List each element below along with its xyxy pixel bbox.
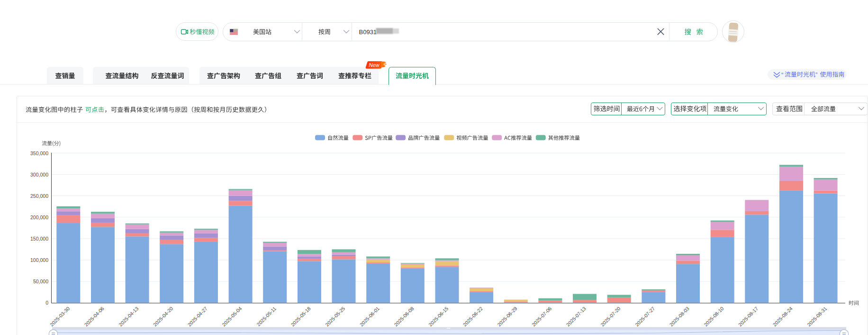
svg-text:2025-08-10: 2025-08-10 [703, 306, 725, 328]
svg-text:New: New [369, 62, 380, 68]
svg-text:2025-05-25: 2025-05-25 [324, 306, 346, 328]
svg-text:2025-07-06: 2025-07-06 [531, 306, 553, 328]
svg-text:2025-07-27: 2025-07-27 [634, 306, 656, 328]
svg-text:2025-04-27: 2025-04-27 [186, 306, 208, 328]
svg-text:2025-08-03: 2025-08-03 [668, 306, 690, 328]
svg-text:2025-08-17: 2025-08-17 [737, 306, 760, 328]
svg-text:2025-07-20: 2025-07-20 [599, 306, 622, 328]
svg-text:2025-06-15: 2025-06-15 [427, 306, 450, 328]
svg-text:200,000: 200,000 [30, 214, 48, 220]
svg-text:300,000: 300,000 [30, 172, 48, 177]
svg-text:2025-05-18: 2025-05-18 [289, 306, 312, 328]
svg-text:0: 0 [45, 300, 48, 306]
svg-text:50,000: 50,000 [33, 279, 48, 284]
svg-text:2025-06-01: 2025-06-01 [359, 306, 381, 328]
svg-text:2025-04-20: 2025-04-20 [152, 306, 174, 328]
svg-text:150,000: 150,000 [30, 236, 48, 242]
svg-text:2025-06-22: 2025-06-22 [462, 306, 484, 328]
svg-text:“: “ [781, 71, 783, 78]
svg-text:250,000: 250,000 [30, 193, 48, 199]
svg-text:”: ” [815, 71, 817, 78]
svg-text:2025-04-13: 2025-04-13 [118, 306, 140, 328]
svg-text:2025-08-31: 2025-08-31 [806, 306, 828, 328]
svg-text:100,000: 100,000 [30, 257, 48, 263]
svg-text:B0931: B0931 [359, 28, 377, 36]
svg-text:2025-04-06: 2025-04-06 [83, 306, 105, 328]
svg-text:2025-06-08: 2025-06-08 [393, 306, 415, 328]
svg-text:2025-05-04: 2025-05-04 [221, 306, 243, 328]
svg-text:2025-08-24: 2025-08-24 [771, 306, 794, 328]
svg-text:2025-05-11: 2025-05-11 [255, 306, 277, 327]
svg-text:2025-06-29: 2025-06-29 [496, 306, 518, 328]
svg-text:2025-07-13: 2025-07-13 [565, 306, 587, 328]
svg-text:2025-03-30: 2025-03-30 [49, 306, 71, 328]
svg-text:350,000: 350,000 [30, 150, 48, 156]
